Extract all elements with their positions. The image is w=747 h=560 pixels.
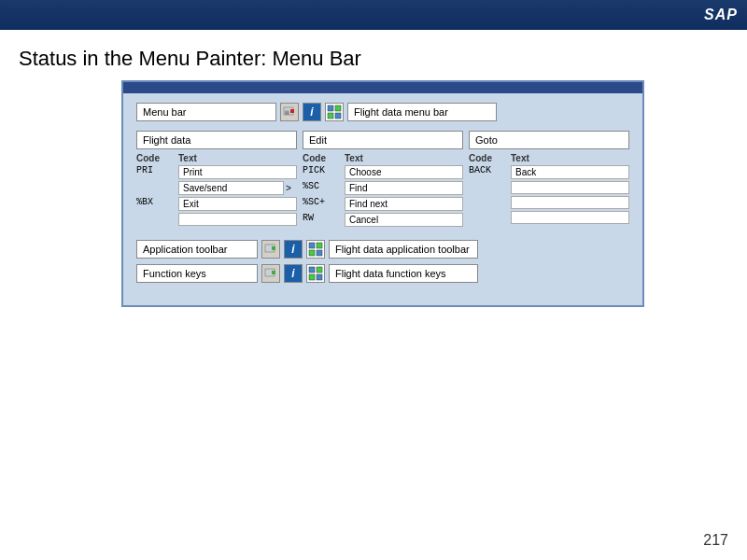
col2-row1-text[interactable]: Choose (345, 165, 463, 179)
submenu-arrow: > (284, 181, 297, 195)
info-icon[interactable]: i (303, 103, 321, 121)
app-toolbar-row: Application toolbar i Flight data applic… (136, 240, 629, 259)
col3-row4 (469, 211, 629, 224)
col1-row3: %BX Exit (136, 197, 297, 211)
svg-rect-3 (328, 105, 333, 111)
col2-row1: PICK Choose (303, 165, 463, 179)
func-keys-info-icon[interactable]: i (284, 264, 303, 283)
col2-row2-code: %SC (303, 181, 345, 195)
app-toolbar-icon-btn[interactable] (261, 240, 280, 259)
app-toolbar-label: Application toolbar (136, 240, 258, 259)
menu-col-goto: Goto Code Text BACK Back (469, 131, 629, 229)
col2-row4-code: RW (303, 213, 345, 227)
col2-row4-text[interactable]: Cancel (345, 213, 463, 227)
col2-header: Edit (303, 131, 463, 149)
col2-row2: %SC Find (303, 181, 463, 195)
svg-rect-18 (317, 274, 322, 280)
func-keys-icon-btn[interactable] (261, 264, 280, 283)
col1-row2-text[interactable]: Save/send (178, 181, 284, 195)
col1-row1-code: PRI (136, 165, 178, 179)
menubar-label-field: Menu bar (136, 103, 276, 121)
col1-header: Flight data (136, 131, 297, 149)
svg-rect-14 (272, 271, 275, 274)
app-toolbar-info-icon[interactable]: i (284, 240, 303, 259)
svg-rect-8 (272, 246, 275, 250)
col3-header: Goto (469, 131, 629, 149)
col3-row2-text[interactable] (511, 181, 629, 194)
col3-row1: BACK Back (469, 165, 629, 179)
col3-row2 (469, 181, 629, 194)
svg-rect-1 (290, 109, 294, 113)
page-number: 217 (703, 532, 728, 549)
func-keys-row: Function keys i Flight data function key… (136, 264, 629, 283)
svg-rect-16 (317, 267, 322, 273)
col1-row2-code (136, 181, 178, 195)
func-keys-label: Function keys (136, 264, 258, 283)
func-keys-field[interactable]: Flight data function keys (329, 264, 478, 283)
col1-row3-text[interactable]: Exit (178, 197, 297, 211)
col3-row3-text[interactable] (511, 196, 629, 209)
col1-row1: PRI Print (136, 165, 297, 179)
col3-row1-text[interactable]: Back (511, 165, 629, 179)
col2-row3: %SC+ Find next (303, 197, 463, 211)
col3-row4-code (469, 211, 511, 224)
panel-header (123, 82, 642, 93)
main-area: Menu bar ▤ i Flight data me (121, 80, 644, 307)
col3-sub-header: Code Text (469, 153, 629, 163)
svg-rect-6 (335, 113, 341, 119)
func-keys-grid-icon[interactable] (306, 264, 325, 283)
svg-rect-11 (309, 250, 315, 256)
col2-row3-code: %SC+ (303, 197, 345, 211)
col1-sub-header: Code Text (136, 153, 297, 163)
col1-row2: Save/send > (136, 181, 297, 195)
col1-row4-text[interactable] (178, 213, 297, 226)
col2-sub-header: Code Text (303, 153, 463, 163)
svg-rect-17 (309, 274, 315, 280)
svg-rect-10 (317, 243, 322, 248)
col2-row4: RW Cancel (303, 213, 463, 227)
col1-row1-text[interactable]: Print (178, 165, 297, 179)
page-title: Status in the Menu Painter: Menu Bar (0, 30, 747, 80)
svg-rect-15 (309, 267, 315, 273)
col3-row2-code (469, 181, 511, 194)
svg-rect-12 (317, 250, 322, 256)
col3-row3-code (469, 196, 511, 209)
menu-columns: Flight data Code Text PRI Print Save/sen… (136, 131, 629, 229)
grid-icon[interactable] (325, 103, 344, 121)
col2-row1-code: PICK (303, 165, 345, 179)
col1-row4-code (136, 213, 178, 226)
sap-logo: SAP (704, 7, 738, 23)
col1-row3-code: %BX (136, 197, 178, 211)
sap-topbar: SAP (0, 0, 747, 30)
col2-row2-text[interactable]: Find (345, 181, 463, 195)
menu-painter-panel: Menu bar ▤ i Flight data me (121, 80, 644, 307)
menu-col-flightdata: Flight data Code Text PRI Print Save/sen… (136, 131, 297, 229)
menubar-row: Menu bar ▤ i Flight data me (136, 103, 629, 121)
col3-row1-code: BACK (469, 165, 511, 179)
svg-text:▤: ▤ (285, 109, 289, 115)
app-toolbar-grid-icon[interactable] (306, 240, 325, 259)
col1-row4 (136, 213, 297, 226)
menu-col-edit: Edit Code Text PICK Choose %SC Find %SC+… (303, 131, 463, 229)
menubar-icon-btn[interactable]: ▤ (280, 103, 299, 121)
col3-row3 (469, 196, 629, 209)
col2-row3-text[interactable]: Find next (345, 197, 463, 211)
app-toolbar-field[interactable]: Flight data application toolbar (329, 240, 478, 259)
svg-rect-5 (328, 113, 333, 119)
svg-rect-4 (335, 105, 341, 111)
svg-rect-9 (309, 243, 315, 248)
col3-row4-text[interactable] (511, 211, 629, 224)
menubar-value-field[interactable]: Flight data menu bar (347, 103, 497, 121)
